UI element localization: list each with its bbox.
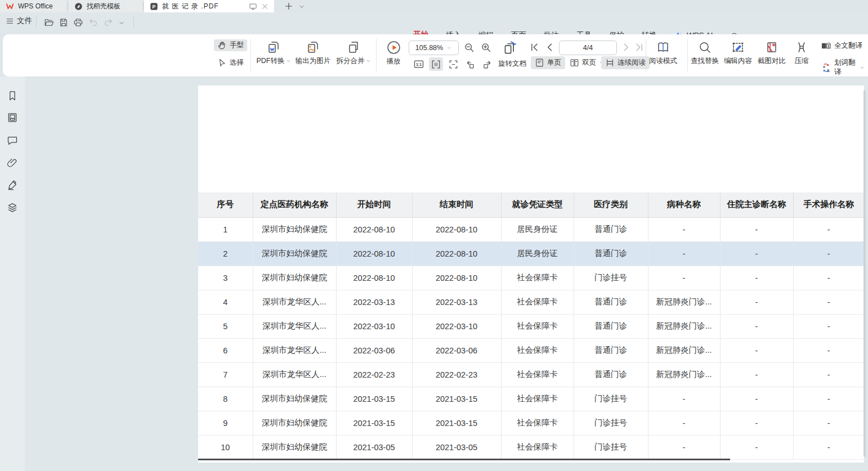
table-cell: 普通门诊 <box>574 290 648 314</box>
page-number-input[interactable]: 4/4 <box>559 41 617 55</box>
select-tool-button[interactable]: 选择 <box>214 57 247 69</box>
compress-button[interactable]: 压缩 <box>791 41 812 66</box>
zoom-out-icon[interactable] <box>463 42 475 53</box>
edit-content-button[interactable]: 编辑内容 <box>723 41 753 66</box>
table-cell: 2021-03-05 <box>412 435 501 459</box>
table-cell: 2022-08-10 <box>412 266 501 290</box>
layers-icon[interactable] <box>7 202 18 213</box>
last-page-icon[interactable] <box>634 42 645 53</box>
next-page-icon[interactable] <box>620 42 632 53</box>
table-cell: 深圳市龙华区人... <box>253 338 336 362</box>
rotate-right-icon[interactable] <box>480 57 494 71</box>
svg-text:A: A <box>822 44 825 48</box>
redo-icon[interactable] <box>103 17 113 28</box>
pdf-convert-button[interactable]: PDF转换 <box>255 41 292 66</box>
hand-tool-button[interactable]: 手型 <box>214 39 247 51</box>
table-cell: 2022-08-10 <box>412 217 501 241</box>
print-icon[interactable] <box>73 17 83 28</box>
monitor-icon[interactable] <box>249 2 257 11</box>
zoom-in-icon[interactable] <box>480 42 492 53</box>
word-translation-button[interactable]: xA 划词翻译 <box>817 57 868 78</box>
table-row[interactable]: 10深圳市妇幼保健院2021-03-052021-03-05社会保障卡门诊挂号-… <box>198 435 864 459</box>
file-menu-button[interactable]: 文件 <box>6 16 32 26</box>
thumbnail-panel-icon[interactable] <box>7 112 18 123</box>
column-header: 开始时间 <box>336 192 412 217</box>
fit-page-button[interactable] <box>446 57 460 71</box>
table-row[interactable]: 8深圳市妇幼保健院2021-03-152021-03-15社会保障卡门诊挂号--… <box>198 387 864 411</box>
pdf-convert-label: PDF转换 <box>257 56 285 66</box>
tab-wps-home[interactable]: WPS Office <box>0 0 66 12</box>
wps-logo-icon <box>6 2 14 11</box>
fit-width-button[interactable] <box>429 57 443 71</box>
table-cell: 2 <box>198 241 253 266</box>
full-translation-button[interactable]: A 全文翻译 <box>817 39 866 52</box>
table-row[interactable]: 3深圳市妇幼保健院2022-08-102022-08-10社会保障卡门诊挂号--… <box>198 266 864 290</box>
table-row[interactable]: 5深圳市龙华区人...2022-03-102022-03-10社会保障卡普通门诊… <box>198 314 864 338</box>
split-merge-button[interactable]: 拆分合并 <box>334 41 373 66</box>
table-row[interactable]: 1深圳市妇幼保健院2022-08-102022-08-10居民身份证普通门诊--… <box>198 217 864 241</box>
table-row[interactable]: 6深圳市龙华区人...2022-03-062022-03-06社会保障卡普通门诊… <box>198 338 864 362</box>
actual-size-button[interactable]: 1:1 <box>412 58 426 70</box>
zoom-level-select[interactable]: 105.88% <box>409 41 459 55</box>
find-replace-button[interactable]: 查找替换 <box>690 41 719 66</box>
screenshot-compare-button[interactable]: 截图对比 <box>757 41 786 66</box>
first-page-icon[interactable] <box>529 42 540 53</box>
screenshot-compare-icon <box>765 41 778 54</box>
table-cell: 新冠肺炎门诊... <box>648 314 720 338</box>
attachment-icon[interactable] <box>7 157 18 168</box>
table-cell: 社会保障卡 <box>501 290 574 314</box>
table-body: 1深圳市妇幼保健院2022-08-102022-08-10居民身份证普通门诊--… <box>198 217 864 459</box>
read-mode-button[interactable]: 阅读模式 <box>647 41 679 66</box>
export-image-button[interactable]: 输出为图片 <box>293 41 333 66</box>
comment-panel-icon[interactable] <box>7 134 18 146</box>
table-cell: 普通门诊 <box>574 241 648 266</box>
undo-icon[interactable] <box>88 17 99 28</box>
save-icon[interactable] <box>59 17 69 28</box>
table-horizontal-scrollbar <box>198 459 730 460</box>
table-row[interactable]: 9深圳市妇幼保健院2021-03-152021-03-15社会保障卡门诊挂号--… <box>198 411 864 435</box>
table-cell: - <box>648 217 720 241</box>
table-cell: 门诊挂号 <box>574 411 648 435</box>
table-cell: 居民身份证 <box>501 217 574 241</box>
table-cell: 深圳市龙华区人... <box>253 314 336 338</box>
single-page-button[interactable]: 单页 <box>531 56 565 69</box>
play-icon <box>387 41 401 55</box>
table-cell: 2022-08-10 <box>336 217 412 241</box>
open-file-icon[interactable] <box>44 17 54 28</box>
table-cell: - <box>793 290 864 314</box>
pdf-convert-icon <box>267 41 280 54</box>
new-tab-icon[interactable] <box>284 2 293 11</box>
full-translation-icon: A <box>821 41 831 51</box>
signature-pen-icon[interactable] <box>7 180 18 191</box>
play-button[interactable]: 播放 <box>381 41 406 66</box>
table-cell: 门诊挂号 <box>574 387 648 411</box>
find-replace-icon <box>698 41 712 54</box>
bookmark-icon[interactable] <box>7 90 18 101</box>
rotate-left-icon[interactable] <box>463 57 477 71</box>
column-header: 住院主诊断名称 <box>720 192 793 217</box>
tab-list-chevron-icon[interactable] <box>298 3 305 10</box>
continuous-read-button[interactable]: 连续阅读 <box>601 56 650 69</box>
table-cell: 社会保障卡 <box>501 362 574 387</box>
tab-label: WPS Office <box>18 2 53 10</box>
tab-docer[interactable]: 找稻壳模板 <box>69 0 142 12</box>
table-cell: 2021-03-15 <box>336 411 412 435</box>
table-cell: 2021-03-15 <box>336 387 412 411</box>
vertical-scrollbar[interactable] <box>863 90 866 457</box>
table-cell: 深圳市妇幼保健院 <box>253 266 336 290</box>
table-cell: - <box>793 387 864 411</box>
rotate-doc-label[interactable]: 旋转文档 <box>498 59 526 69</box>
window-tab-bar: WPS Office 找稻壳模板 P 就 医 记 录 .PDF <box>0 0 868 12</box>
table-row[interactable]: 2深圳市妇幼保健院2022-08-102022-08-10居民身份证普通门诊--… <box>198 241 864 266</box>
swap-pages-icon[interactable] <box>503 40 518 55</box>
table-cell: 2021-03-15 <box>412 387 501 411</box>
pdf-file-icon: P <box>150 2 158 11</box>
table-row[interactable]: 7深圳市龙华区人...2022-02-232022-02-23社会保障卡普通门诊… <box>198 362 864 387</box>
close-tab-icon[interactable] <box>261 3 269 10</box>
table-cell: 1 <box>198 217 253 241</box>
tab-document[interactable]: P 就 医 记 录 .PDF <box>144 0 274 12</box>
chevron-down-icon <box>286 59 291 64</box>
table-row[interactable]: 4深圳市龙华区人...2022-03-132022-03-13社会保障卡普通门诊… <box>198 290 864 314</box>
prev-page-icon[interactable] <box>544 42 556 53</box>
quickbar-chevron-icon[interactable] <box>118 20 125 26</box>
